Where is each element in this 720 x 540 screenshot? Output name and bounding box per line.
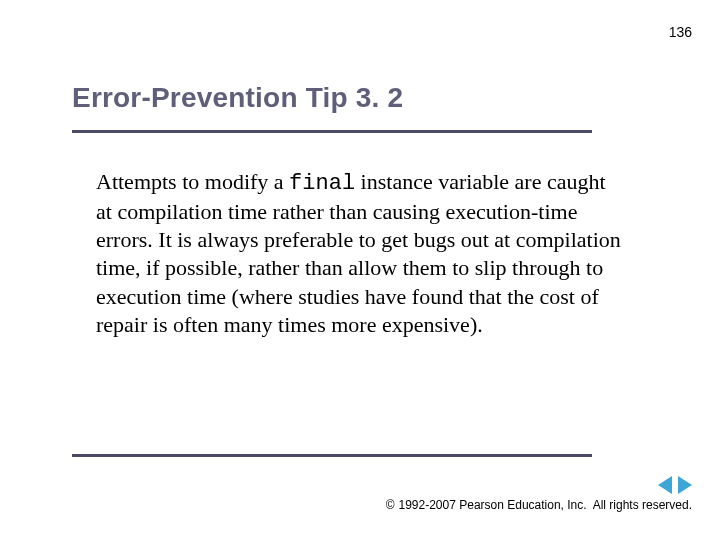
body-part2: instance variable are caught at compilat… <box>96 169 621 337</box>
title-block: Error-Prevention Tip 3. 2 <box>72 82 648 114</box>
rights-text: All rights reserved. <box>593 498 692 512</box>
prev-icon[interactable] <box>658 476 672 494</box>
body-part1: Attempts to modify a <box>96 169 289 194</box>
code-keyword-final: final <box>289 171 355 196</box>
footer: © 1992-2007 Pearson Education, Inc. All … <box>386 498 692 512</box>
slide: 136 Error-Prevention Tip 3. 2 Attempts t… <box>0 0 720 540</box>
page-number: 136 <box>669 24 692 40</box>
divider-bottom <box>72 454 592 457</box>
copyright-text: 1992-2007 Pearson Education, Inc. <box>398 498 586 512</box>
slide-title: Error-Prevention Tip 3. 2 <box>72 82 648 114</box>
body-text: Attempts to modify a final instance vari… <box>96 168 626 339</box>
next-icon[interactable] <box>678 476 692 494</box>
divider-top <box>72 130 592 133</box>
copyright-symbol: © <box>386 498 395 512</box>
nav-controls <box>658 476 692 494</box>
